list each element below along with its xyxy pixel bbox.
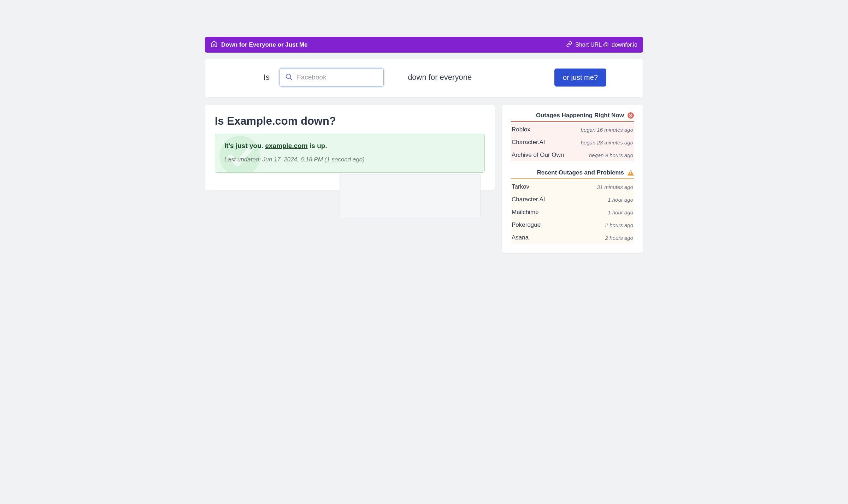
close-icon <box>628 112 634 119</box>
list-item[interactable]: Archive of Our Ownbegan 9 hours ago <box>511 149 634 161</box>
recent-outages-list: Tarkov31 minutes ago Character.AI1 hour … <box>511 180 634 244</box>
search-input[interactable] <box>297 73 378 81</box>
short-url-block: Short URL @ downfor.io <box>566 41 637 49</box>
outages-now-header: Outages Happening Right Now <box>511 112 634 122</box>
search-icon <box>285 73 293 82</box>
down-for-everyone-label: down for everyone <box>408 73 472 82</box>
link-icon <box>566 41 572 49</box>
ad-placeholder <box>340 174 481 217</box>
home-icon[interactable] <box>211 40 218 49</box>
outages-sidebar: Outages Happening Right Now Robloxbegan … <box>502 105 643 253</box>
search-box[interactable] <box>279 68 384 87</box>
check-button[interactable]: or just me? <box>554 69 606 87</box>
outages-now-title: Outages Happening Right Now <box>536 112 624 119</box>
short-url-link[interactable]: downfor.io <box>612 42 637 48</box>
status-box: It's just you. example.com is up. Last u… <box>215 134 485 173</box>
checkmark-icon <box>219 135 261 173</box>
list-item[interactable]: Character.AIbegan 28 minutes ago <box>511 136 634 149</box>
recent-outages-header: Recent Outages and Problems <box>511 169 634 179</box>
short-url-prefix: Short URL @ <box>575 42 609 48</box>
site-title[interactable]: Down for Everyone or Just Me <box>221 41 308 48</box>
list-item[interactable]: Robloxbegan 16 minutes ago <box>511 123 634 136</box>
is-label: Is <box>264 73 270 82</box>
svg-point-2 <box>219 136 260 173</box>
list-item[interactable]: Asana2 hours ago <box>511 231 634 244</box>
outages-now-list: Robloxbegan 16 minutes ago Character.AIb… <box>511 123 634 161</box>
status-domain-link[interactable]: example.com <box>265 142 307 149</box>
list-item[interactable]: Tarkov31 minutes ago <box>511 180 634 193</box>
result-card: Is Example.com down? It's just you. exam… <box>205 105 495 190</box>
status-prefix: It's just you. <box>224 142 265 149</box>
last-updated: Last updated: Jun 17, 2024, 6:18 PM (1 s… <box>224 156 475 163</box>
list-item[interactable]: Mailchimp1 hour ago <box>511 206 634 219</box>
search-card: Is down for everyone or just me? <box>205 59 643 97</box>
warning-icon <box>628 170 634 176</box>
header-bar: Down for Everyone or Just Me Short URL @… <box>205 37 643 53</box>
list-item[interactable]: Character.AI1 hour ago <box>511 193 634 206</box>
page-title: Is Example.com down? <box>215 115 485 128</box>
status-suffix: is up. <box>308 142 327 149</box>
svg-line-1 <box>290 78 292 79</box>
list-item[interactable]: Pokerogue2 hours ago <box>511 219 634 231</box>
recent-outages-title: Recent Outages and Problems <box>537 169 624 176</box>
